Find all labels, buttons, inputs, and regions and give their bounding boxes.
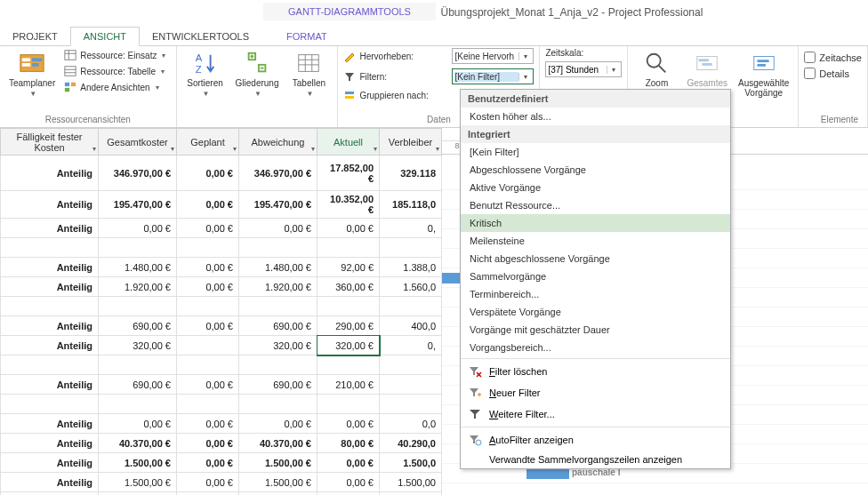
- cell[interactable]: [177, 238, 239, 258]
- autofilter-button[interactable]: AutoFilter anzeigen: [461, 429, 730, 451]
- cell[interactable]: 0,: [380, 219, 442, 238]
- cell[interactable]: 1.480,00 €: [99, 258, 177, 277]
- col-abweichung[interactable]: Abweichung▾: [239, 129, 317, 156]
- cell[interactable]: 1.500,00 €: [239, 453, 317, 473]
- cell[interactable]: Anteilig: [1, 434, 99, 453]
- cell[interactable]: 0,00 €: [177, 492, 239, 496]
- cell[interactable]: 0,0: [380, 492, 442, 496]
- cell[interactable]: [177, 355, 239, 375]
- cell[interactable]: Anteilig: [1, 191, 99, 219]
- cell[interactable]: 92,00 €: [317, 258, 380, 277]
- cell[interactable]: Anteilig: [1, 336, 99, 355]
- cell[interactable]: 400,0: [380, 316, 442, 336]
- cell[interactable]: 0,00 €: [177, 156, 239, 191]
- cell[interactable]: [177, 297, 239, 316]
- cell[interactable]: 0,00 €: [99, 414, 177, 434]
- cell[interactable]: 346.970,00 €: [239, 156, 317, 191]
- cell[interactable]: [177, 395, 239, 414]
- cell[interactable]: 1.500,0: [380, 453, 442, 473]
- filter-item[interactable]: Terminbereich...: [461, 285, 730, 303]
- cell[interactable]: 290,00 €: [317, 316, 380, 336]
- related-summary-button[interactable]: Verwandte Sammelvorgangszeilen anzeigen: [461, 451, 730, 468]
- cell[interactable]: 1.500,00: [380, 473, 442, 492]
- cell[interactable]: 40.370,00 €: [239, 434, 317, 453]
- filter-combo[interactable]: [Kein Filter]▾: [452, 68, 534, 84]
- ausgewaehlte-button[interactable]: Ausgewählte Vorgänge: [735, 48, 792, 100]
- more-filters-button[interactable]: Weitere Filter...: [461, 403, 730, 425]
- gliederung-button[interactable]: Gliederung▼: [232, 48, 283, 100]
- cell[interactable]: 0,00 €: [177, 191, 239, 219]
- cell[interactable]: 0,00 €: [317, 473, 380, 492]
- cell[interactable]: [239, 297, 317, 316]
- cell[interactable]: [99, 355, 177, 375]
- cell[interactable]: [317, 238, 380, 258]
- cell[interactable]: 346.970,00 €: [99, 156, 177, 191]
- res-einsatz-button[interactable]: Ressource: Einsatz▾: [62, 48, 167, 62]
- cell[interactable]: 0,00 €: [177, 453, 239, 473]
- cell[interactable]: 0,00 €: [99, 492, 177, 496]
- cell[interactable]: 0,00 €: [177, 434, 239, 453]
- filter-item[interactable]: Benutzt Ressource...: [461, 196, 730, 214]
- cell[interactable]: 0,00 €: [177, 414, 239, 434]
- cell[interactable]: [380, 238, 442, 258]
- filter-item[interactable]: Sammelvorgänge: [461, 267, 730, 285]
- col-verbleibend[interactable]: Verbleiber▾: [380, 129, 442, 156]
- res-tabelle-button[interactable]: Ressource: Tabelle▾: [62, 64, 167, 78]
- cell[interactable]: 360,00 €: [317, 277, 380, 297]
- cell[interactable]: 320,00 €: [317, 336, 380, 355]
- cell[interactable]: 40.290,0: [380, 434, 442, 453]
- cell[interactable]: 0,: [380, 336, 442, 355]
- col-aktuell[interactable]: Aktuell▾: [317, 129, 380, 156]
- new-filter-button[interactable]: Neuer Filter: [461, 382, 730, 403]
- cell[interactable]: 0,00 €: [239, 219, 317, 238]
- tab-entwickler[interactable]: ENTWICKLERTOOLS: [140, 28, 261, 45]
- col-geplant[interactable]: Geplant▾: [177, 129, 239, 156]
- cell[interactable]: 1.388,0: [380, 258, 442, 277]
- cost-table[interactable]: Fälligkeit fester Kosten▾ Gesamtkoster▾ …: [0, 128, 442, 495]
- filter-item[interactable]: Aktive Vorgänge: [461, 179, 730, 196]
- details-checkbox[interactable]: Details: [804, 68, 849, 79]
- cell[interactable]: 0,00 €: [177, 258, 239, 277]
- filter-item-none[interactable]: [Kein Filter]: [461, 143, 730, 161]
- cell[interactable]: [1, 238, 99, 258]
- cell[interactable]: 329.118: [380, 156, 442, 191]
- cell[interactable]: 1.500,00 €: [239, 473, 317, 492]
- chevron-down-icon[interactable]: ▾: [92, 145, 96, 153]
- filter-item[interactable]: Meilensteine: [461, 232, 730, 250]
- cell[interactable]: Anteilig: [1, 316, 99, 336]
- cell[interactable]: 1.560,0: [380, 277, 442, 297]
- cell[interactable]: [1, 355, 99, 375]
- cell[interactable]: [177, 336, 239, 355]
- cell[interactable]: 0,00 €: [239, 414, 317, 434]
- cell[interactable]: 690,00 €: [239, 375, 317, 395]
- cell[interactable]: 0,00 €: [317, 492, 380, 496]
- cell[interactable]: 195.470,00 €: [239, 191, 317, 219]
- cell[interactable]: 1.920,00 €: [239, 277, 317, 297]
- cell[interactable]: 10.352,00 €: [317, 191, 380, 219]
- cell[interactable]: 0,00 €: [239, 492, 317, 496]
- cell[interactable]: [239, 238, 317, 258]
- cell[interactable]: 0,00 €: [177, 219, 239, 238]
- cell[interactable]: [1, 395, 99, 414]
- cell[interactable]: 0,00 €: [99, 219, 177, 238]
- cell[interactable]: Anteilig: [1, 219, 99, 238]
- cell[interactable]: [99, 238, 177, 258]
- sortieren-button[interactable]: AZ Sortieren▼: [182, 48, 229, 100]
- tab-ansicht[interactable]: ANSICHT: [70, 27, 140, 46]
- gantt-row[interactable]: [442, 483, 868, 495]
- tabellen-button[interactable]: Tabellen▼: [285, 48, 332, 100]
- cell[interactable]: 80,00 €: [317, 434, 380, 453]
- cell[interactable]: [380, 395, 442, 414]
- hervorheben-combo[interactable]: [Keine Hervorh▾: [452, 48, 534, 64]
- col-gesamtkosten[interactable]: Gesamtkoster▾: [99, 129, 177, 156]
- cell[interactable]: [99, 395, 177, 414]
- cell[interactable]: 320,00 €: [99, 336, 177, 355]
- teamplaner-button[interactable]: Teamplaner ▼: [5, 48, 59, 100]
- cell[interactable]: 690,00 €: [99, 375, 177, 395]
- cell[interactable]: Anteilig: [1, 453, 99, 473]
- cell[interactable]: [317, 297, 380, 316]
- cell[interactable]: 690,00 €: [99, 316, 177, 336]
- cell[interactable]: [239, 355, 317, 375]
- cell[interactable]: 0,00 €: [317, 219, 380, 238]
- cell[interactable]: Anteilig: [1, 277, 99, 297]
